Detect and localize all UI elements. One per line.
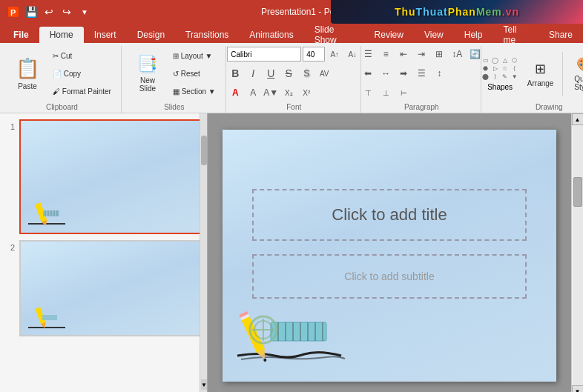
increase-font-btn[interactable]: A↑ bbox=[326, 46, 343, 62]
watermark-text: ThuThuatPhanMem.vn bbox=[395, 6, 519, 18]
svg-text:P: P bbox=[10, 8, 16, 17]
superscript-btn[interactable]: X² bbox=[298, 84, 314, 101]
paste-button[interactable]: 📋 Paste bbox=[9, 50, 46, 98]
arrange-button[interactable]: ⊞ Arrange bbox=[525, 50, 556, 98]
shapes-button[interactable]: ▭◯△⬡ ⬣▷☆⟨ ⬤⟩✎▼ Shapes bbox=[478, 50, 522, 98]
paragraph-label: Paragraph bbox=[404, 102, 439, 113]
vertical-scrollbar: ▲ ▼ bbox=[571, 113, 583, 392]
clipboard-label: Clipboard bbox=[46, 102, 78, 113]
tab-home[interactable]: Home bbox=[39, 27, 84, 43]
slide-canvas-area: Click to add title Click to add subtitle bbox=[208, 113, 571, 392]
align-middle-btn[interactable]: ⊥ bbox=[378, 84, 394, 101]
font-color-btn[interactable]: A▼ bbox=[263, 84, 279, 101]
align-bottom-btn[interactable]: ⊢ bbox=[395, 84, 412, 101]
slide-thumbnail-2[interactable] bbox=[19, 240, 204, 336]
slide-illustration bbox=[230, 296, 349, 371]
scroll-down-btn[interactable]: ▼ bbox=[572, 385, 584, 392]
cut-button[interactable]: ✂ Cut bbox=[49, 48, 115, 64]
increase-indent-btn[interactable]: ⇥ bbox=[413, 46, 429, 62]
ribbon-group-paragraph: ☰ ≡ ⇤ ⇥ ⊞ ↕A 🔄 ⬅ ↔ ➡ ☰ ↕ ⊤ ⊥ bbox=[363, 46, 481, 113]
align-right-btn[interactable]: ➡ bbox=[395, 65, 412, 82]
tab-review[interactable]: Review bbox=[364, 27, 414, 43]
svg-rect-15 bbox=[271, 322, 326, 341]
shadow-btn[interactable]: S bbox=[298, 65, 314, 82]
slide-thumb-1[interactable]: 1 bbox=[3, 119, 204, 234]
bold-btn[interactable]: B bbox=[227, 65, 243, 82]
align-center-btn[interactable]: ↔ bbox=[378, 65, 394, 82]
decrease-font-btn[interactable]: A↓ bbox=[344, 46, 360, 62]
justify-btn[interactable]: ☰ bbox=[413, 65, 429, 82]
tab-help[interactable]: Help bbox=[454, 27, 493, 43]
panel-scroll-thumb bbox=[201, 136, 207, 165]
quick-styles-label: Quick Styles bbox=[574, 75, 583, 91]
svg-rect-14 bbox=[42, 315, 57, 320]
italic-btn[interactable]: I bbox=[245, 65, 261, 82]
layout-button[interactable]: ⊞ Layout ▼ bbox=[169, 48, 220, 64]
align-top-btn[interactable]: ⊤ bbox=[360, 84, 376, 101]
text-highlight-btn[interactable]: A bbox=[245, 84, 261, 101]
svg-point-28 bbox=[263, 358, 267, 362]
tab-slideshow[interactable]: Slide Show bbox=[304, 27, 364, 43]
slide-num-2: 2 bbox=[3, 243, 15, 252]
slide-num-1: 1 bbox=[3, 122, 15, 131]
ribbon-group-clipboard: 📋 Paste ✂ Cut 📄 Copy 🖌 Format Painter Cl… bbox=[3, 46, 122, 113]
numbering-btn[interactable]: ≡ bbox=[378, 46, 394, 62]
ribbon-group-font: Calibri 40 A↑ A↓ B I U S S AV A A A▼ bbox=[228, 46, 361, 113]
main-area: 1 2 bbox=[0, 113, 583, 392]
title-bar: P 💾 ↩ ↪ ▼ Presentation1 - PowerPoint Thu… bbox=[0, 0, 583, 24]
align-left-btn[interactable]: ⬅ bbox=[360, 65, 376, 82]
font-size-combo[interactable]: 40 bbox=[303, 47, 325, 62]
slide-panel: 1 2 bbox=[0, 113, 208, 392]
tab-insert[interactable]: Insert bbox=[84, 27, 127, 43]
tab-animations[interactable]: Animations bbox=[239, 27, 303, 43]
columns-btn[interactable]: ⊞ bbox=[431, 46, 447, 62]
tab-bar: File Home Insert Design Transitions Anim… bbox=[0, 24, 583, 43]
subscript-btn[interactable]: X₂ bbox=[280, 84, 297, 101]
line-spacing-btn[interactable]: ↕ bbox=[431, 65, 447, 82]
shapes-grid: ▭◯△⬡ ⬣▷☆⟨ ⬤⟩✎▼ bbox=[481, 57, 519, 81]
paste-label: Paste bbox=[18, 82, 37, 90]
tab-tellme[interactable]: Tell me bbox=[493, 27, 538, 43]
slide-thumbnail-1[interactable] bbox=[19, 119, 204, 234]
save-btn[interactable]: 💾 bbox=[24, 4, 39, 19]
ribbon: 📋 Paste ✂ Cut 📄 Copy 🖌 Format Painter Cl… bbox=[0, 43, 583, 113]
tab-transitions[interactable]: Transitions bbox=[175, 27, 239, 43]
tab-share[interactable]: Share bbox=[538, 27, 583, 43]
customize-btn[interactable]: ▼ bbox=[77, 4, 92, 19]
char-spacing-btn[interactable]: AV bbox=[316, 65, 332, 82]
title-bar-left: P 💾 ↩ ↪ ▼ bbox=[6, 4, 92, 19]
tab-view[interactable]: View bbox=[414, 27, 454, 43]
thumb-pencil-svg bbox=[24, 196, 69, 229]
quick-styles-button[interactable]: 🎨 Quick Styles bbox=[568, 50, 583, 98]
tab-file[interactable]: File bbox=[3, 27, 39, 43]
font-label: Font bbox=[286, 102, 301, 113]
new-slide-button[interactable]: 📑 NewSlide bbox=[129, 50, 166, 98]
slide-subtitle-box[interactable]: Click to add subtitle bbox=[252, 254, 527, 299]
panel-scroll-down[interactable]: ▼ bbox=[201, 379, 207, 390]
font-color-a-btn[interactable]: A bbox=[227, 84, 243, 101]
reset-button[interactable]: ↺ Reset bbox=[169, 66, 220, 82]
shapes-label: Shapes bbox=[487, 83, 513, 91]
panel-scrollbar[interactable]: ▼ bbox=[200, 113, 207, 392]
drawing-label: Drawing bbox=[536, 102, 563, 113]
text-direction-btn[interactable]: ↕A bbox=[449, 46, 465, 62]
undo-btn[interactable]: ↩ bbox=[42, 4, 56, 19]
slide-title-box[interactable]: Click to add title bbox=[252, 189, 527, 241]
redo-btn[interactable]: ↪ bbox=[59, 4, 74, 19]
scroll-up-btn[interactable]: ▲ bbox=[572, 113, 584, 125]
strikethrough-btn[interactable]: S bbox=[280, 65, 297, 82]
slide-thumb-2[interactable]: 2 bbox=[3, 240, 204, 336]
font-name-combo[interactable]: Calibri bbox=[227, 47, 301, 62]
decrease-indent-btn[interactable]: ⇤ bbox=[395, 46, 412, 62]
slide-subtitle-placeholder: Click to add subtitle bbox=[344, 270, 434, 282]
section-button[interactable]: ▦ Section ▼ bbox=[169, 84, 220, 100]
underline-btn[interactable]: U bbox=[263, 65, 279, 82]
copy-button[interactable]: 📄 Copy bbox=[49, 66, 115, 82]
powerpoint-icon[interactable]: P bbox=[6, 4, 21, 19]
scroll-thumb[interactable] bbox=[573, 177, 582, 207]
format-painter-button[interactable]: 🖌 Format Painter bbox=[49, 84, 115, 100]
slides-label: Slides bbox=[164, 102, 184, 113]
bullets-btn[interactable]: ☰ bbox=[360, 46, 376, 62]
ribbon-group-slides: 📑 NewSlide ⊞ Layout ▼ ↺ Reset ▦ Section … bbox=[123, 46, 226, 113]
tab-design[interactable]: Design bbox=[127, 27, 175, 43]
